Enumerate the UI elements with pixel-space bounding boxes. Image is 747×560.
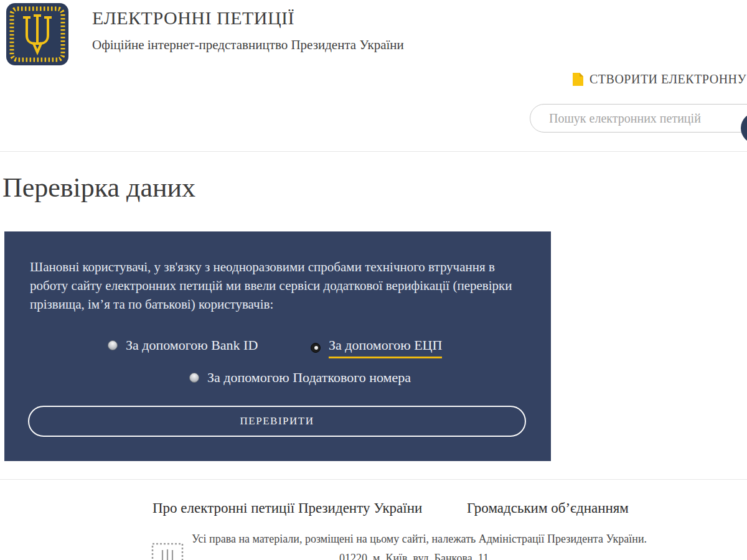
page-title: Перевірка даних [2, 172, 195, 203]
document-icon [573, 73, 583, 86]
radio-ecp-label: За допомогою ЕЦП [329, 337, 442, 358]
footer-address: 01220, м. Київ, вул. Банкова, 11 [339, 552, 489, 560]
trident-emblem-icon [6, 3, 68, 65]
search-input[interactable] [530, 104, 747, 133]
radio-option-tax-number[interactable]: За допомогою Податкового номера [189, 370, 411, 386]
radio-option-bank-id[interactable]: За допомогою Bank ID [108, 337, 258, 353]
radio-option-ecp[interactable]: За допомогою ЕЦП [311, 337, 442, 358]
header-divider [0, 151, 747, 152]
footer-link-about-petitions[interactable]: Про електронні петиції Президенту Україн… [153, 500, 422, 516]
radio-bank-id-icon[interactable] [108, 340, 118, 350]
footer-stamp-emblem [151, 543, 184, 560]
verification-panel: Шановні користувачі, у зв'язку з неоднор… [4, 231, 551, 461]
create-petition-link[interactable]: СТВОРИТИ ЕЛЕКТРОННУ ПЕТИЦІЮ [573, 72, 747, 86]
radio-bank-id-label: За допомогою Bank ID [126, 337, 258, 353]
radio-ecp-icon[interactable] [311, 343, 321, 353]
search-box [530, 104, 747, 133]
site-title: ЕЛЕКТРОННІ ПЕТИЦІЇ [92, 7, 294, 29]
verify-button[interactable]: ПЕРЕВІРИТИ [28, 406, 526, 437]
create-petition-label: СТВОРИТИ ЕЛЕКТРОННУ ПЕТИЦІЮ [590, 72, 747, 86]
footer-link-public-associations[interactable]: Громадським об’єднанням [467, 500, 629, 516]
stamp-trident-icon [151, 543, 184, 560]
radio-tax-number-label: За допомогою Податкового номера [207, 370, 411, 386]
footer-copyright: Усі права на матеріали, розміщені на цьо… [192, 533, 647, 546]
verification-notice: Шановні користувачі, у зв'язку з неоднор… [30, 258, 512, 314]
radio-tax-number-icon[interactable] [189, 373, 199, 383]
coat-of-arms-logo[interactable] [6, 3, 68, 65]
site-subtitle: Офіційне інтернет-представництво Президе… [92, 37, 404, 53]
footer-divider [0, 479, 747, 480]
